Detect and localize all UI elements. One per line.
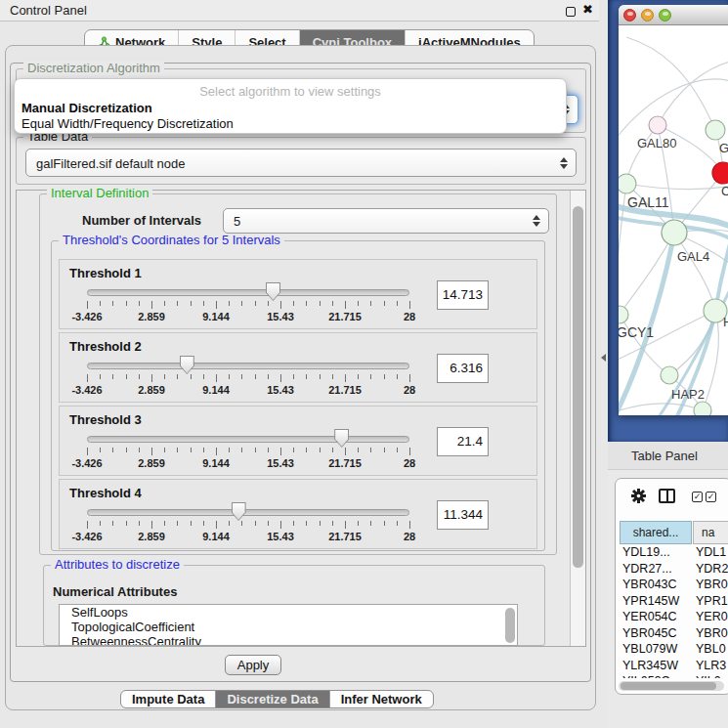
node-upper-right[interactable] [706, 120, 725, 140]
node-gcy1[interactable] [619, 306, 628, 323]
node-hap2[interactable] [661, 366, 678, 384]
slider-tick [229, 301, 230, 306]
close-icon[interactable]: ✖ [582, 2, 593, 17]
cell-name[interactable]: YDL1 [696, 545, 726, 559]
node-label: GAL80 [637, 136, 676, 150]
slider-tick [229, 521, 230, 526]
cell-name[interactable]: YDR2 [696, 562, 728, 576]
threshold-value-field[interactable]: 14.713 [437, 280, 489, 310]
table-row[interactable]: YDR27...YDR2 [620, 562, 728, 578]
node-label: C [721, 184, 728, 198]
column-header-name[interactable]: na [693, 521, 728, 544]
close-traffic-light[interactable] [623, 9, 636, 21]
cell-shared-name[interactable]: YIL053C [622, 674, 670, 678]
cell-name[interactable]: YER0 [696, 610, 728, 623]
splitter-collapse-icon[interactable] [601, 354, 606, 362]
network-window-titlebar[interactable] [619, 5, 728, 25]
node-red[interactable] [712, 162, 728, 184]
slider-tick [177, 374, 178, 379]
cell-name[interactable]: YBL0 [696, 642, 726, 656]
threshold-value-field[interactable]: 6.316 [437, 354, 489, 383]
table-row[interactable]: YER054CYER0 [620, 610, 728, 626]
slider-thumb[interactable] [232, 502, 246, 521]
checkbox-icon[interactable]: ✓ [706, 492, 716, 502]
cell-name[interactable]: YPR1 [696, 594, 728, 608]
slider-tick [139, 448, 140, 452]
number-of-intervals-combobox[interactable]: 5 [223, 208, 549, 234]
vertical-scrollbar[interactable] [570, 191, 585, 646]
slider-tick [229, 374, 230, 379]
attribute-list-item[interactable]: TopologicalCoefficient [60, 620, 517, 634]
cell-name[interactable]: YLR3 [696, 659, 726, 672]
node-gal11[interactable] [619, 174, 636, 193]
slider-track[interactable] [87, 363, 409, 369]
cell-name[interactable]: YIL0 [696, 674, 721, 678]
algorithm-dropdown-popup: Select algorithm to view settings Manual… [14, 78, 567, 134]
node-table: YDL19...YDL1YDR27...YDR2YBR043CYBR0YPR14… [620, 545, 728, 678]
table-row[interactable]: YBR043CYBR0 [620, 578, 728, 594]
cell-shared-name[interactable]: YLR345W [622, 659, 678, 672]
slider-track[interactable] [87, 509, 409, 516]
slider-thumb[interactable] [334, 429, 349, 448]
node-gal4[interactable] [662, 220, 687, 245]
slider-track[interactable] [87, 289, 409, 296]
table-row[interactable]: YDL19...YDL1 [620, 545, 728, 562]
slider-tick-label: 9.144 [187, 457, 245, 469]
cell-shared-name[interactable]: YBL079W [622, 642, 677, 656]
slider-tick [241, 374, 242, 379]
list-scrollbar-thumb[interactable] [505, 608, 515, 643]
checkbox-icon[interactable]: ✓ [692, 492, 703, 502]
slider-tick-label: 9.144 [187, 311, 245, 322]
attribute-list-item[interactable]: SelfLoops [60, 605, 517, 620]
numerical-attributes-list[interactable]: SelfLoopsTopologicalCoefficientBetweenne… [59, 604, 518, 646]
slider-track[interactable] [87, 436, 409, 443]
cell-shared-name[interactable]: YPR145W [622, 594, 679, 608]
tab-discretize-data[interactable]: Discretize Data [216, 691, 329, 707]
table-row[interactable]: YBL079WYBL0 [620, 642, 728, 659]
cell-shared-name[interactable]: YER054C [622, 610, 677, 623]
table-row[interactable]: YBR045CYBR0 [620, 626, 728, 643]
slider-thumb[interactable] [180, 356, 194, 374]
cell-shared-name[interactable]: YBR045C [622, 626, 677, 640]
table-row[interactable]: YLR345WYLR3 [620, 659, 728, 675]
cell-shared-name[interactable]: YDR27... [622, 562, 672, 576]
minimize-traffic-light[interactable] [641, 9, 654, 21]
table-row[interactable]: YIL053CYIL0 [620, 674, 728, 678]
tab-impute-data[interactable]: Impute Data [121, 691, 216, 707]
column-header-shared-name[interactable]: shared... [620, 521, 692, 544]
slider-thumb[interactable] [266, 282, 280, 301]
tab-infer-network[interactable]: Infer Network [330, 691, 433, 707]
cell-name[interactable]: YBR0 [696, 578, 728, 591]
slider-tick [280, 374, 281, 382]
thresholds-group-title: Threshold's Coordinates for 5 Intervals [59, 234, 284, 247]
dropdown-option[interactable]: Manual Discretization [21, 101, 152, 115]
slider-tick [151, 448, 152, 455]
threshold-value-field[interactable]: 21.4 [437, 427, 489, 456]
node-bottom[interactable] [694, 402, 711, 415]
slider-tick [370, 301, 371, 306]
network-canvas[interactable]: GAL80GACGAL11GAL4GCY1HHAP2 [619, 25, 728, 415]
apply-button[interactable]: Apply [225, 655, 281, 675]
slider-tick [370, 448, 371, 452]
cell-shared-name[interactable]: YBR043C [622, 578, 677, 591]
slider-tick [87, 301, 88, 309]
float-window-icon[interactable] [566, 7, 576, 17]
slider-tick-label: 28 [380, 457, 439, 469]
cell-shared-name[interactable]: YDL19... [622, 545, 670, 559]
threshold-value-field[interactable]: 11.344 [437, 500, 489, 530]
slider-tick [268, 301, 269, 306]
table-data-combobox[interactable]: galFiltered.sif default node [25, 149, 577, 177]
dropdown-option[interactable]: Equal Width/Frequency Discretization [21, 116, 234, 131]
zoom-traffic-light[interactable] [659, 9, 671, 21]
slider-tick [216, 521, 217, 529]
cell-name[interactable]: YBR0 [696, 626, 728, 640]
attribute-list-item[interactable]: BetweennessCentrality [60, 634, 517, 646]
table-row[interactable]: YPR145WYPR1 [620, 594, 728, 611]
gear-icon[interactable] [630, 488, 647, 504]
split-pane-divider[interactable] [599, 0, 608, 728]
horizontal-scrollbar-thumb[interactable] [621, 682, 716, 690]
node-gal80[interactable] [649, 116, 666, 134]
horizontal-scrollbar[interactable] [619, 681, 724, 691]
vertical-scrollbar-thumb[interactable] [573, 206, 583, 568]
split-table-icon[interactable] [659, 489, 675, 503]
